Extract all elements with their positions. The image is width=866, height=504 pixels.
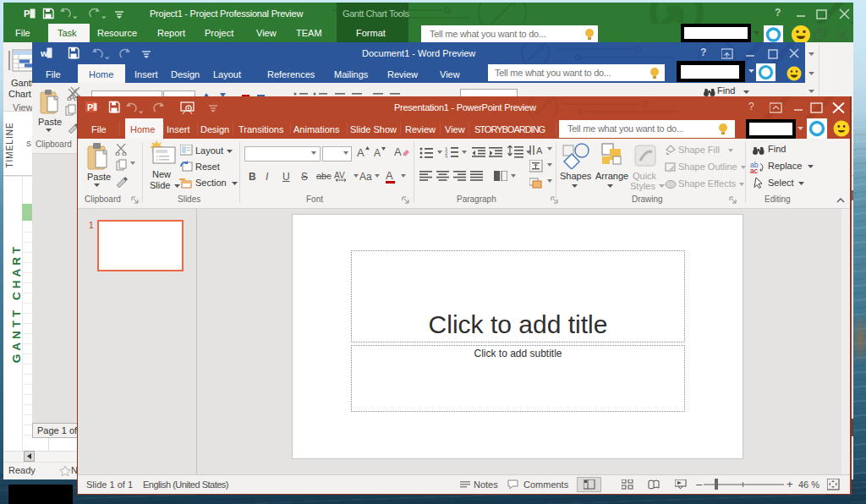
svg-text:A: A — [536, 145, 543, 156]
svg-text:3: 3 — [445, 155, 448, 158]
svg-text:P: P — [87, 102, 93, 112]
svg-text:ac: ac — [750, 167, 759, 173]
svg-text:A: A — [386, 169, 393, 182]
svg-text:AV: AV — [334, 171, 345, 180]
svg-text:A: A — [394, 145, 402, 158]
svg-text:P: P — [24, 8, 30, 19]
